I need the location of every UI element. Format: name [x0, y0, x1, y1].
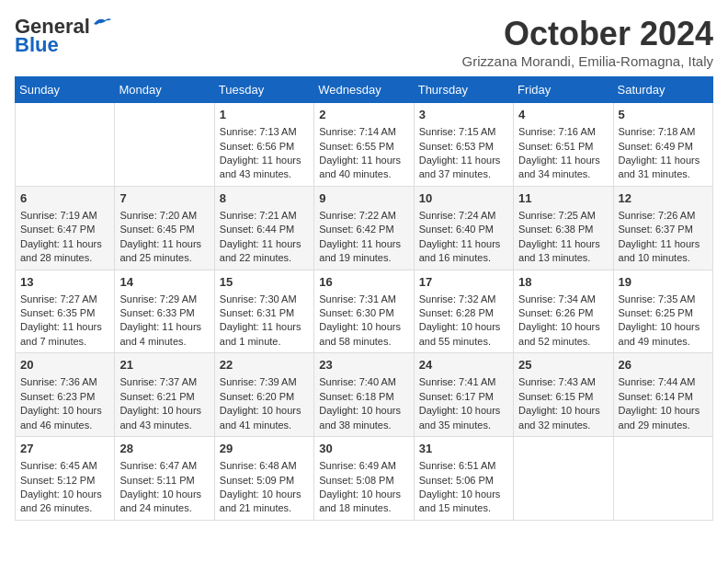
calendar-cell: 20Sunrise: 7:36 AMSunset: 6:23 PMDayligh… [16, 353, 115, 437]
sunrise-text: Sunrise: 7:31 AM [319, 293, 408, 306]
sunrise-text: Sunrise: 7:13 AM [220, 125, 309, 139]
column-header-thursday: Thursday [414, 77, 513, 103]
sunrise-text: Sunrise: 7:39 AM [220, 375, 309, 389]
calendar-week-row: 27Sunrise: 6:45 AMSunset: 5:12 PMDayligh… [16, 437, 713, 521]
calendar-cell: 7Sunrise: 7:20 AMSunset: 6:45 PMDaylight… [115, 186, 214, 270]
sunrise-text: Sunrise: 7:29 AM [119, 293, 209, 306]
calendar-header-row: SundayMondayTuesdayWednesdayThursdayFrid… [16, 77, 713, 103]
sunrise-text: Sunrise: 6:45 AM [20, 459, 109, 473]
day-number: 19 [619, 274, 708, 291]
daylight-text: Daylight: 10 hours and 52 minutes. [518, 320, 608, 349]
calendar-week-row: 6Sunrise: 7:19 AMSunset: 6:47 PMDaylight… [16, 186, 713, 270]
day-number: 20 [20, 357, 109, 373]
day-number: 16 [319, 274, 408, 291]
daylight-text: Daylight: 11 hours and 28 minutes. [20, 237, 109, 266]
day-number: 22 [220, 357, 309, 373]
sunset-text: Sunset: 6:31 PM [220, 306, 309, 320]
sunset-text: Sunset: 6:17 PM [419, 390, 508, 404]
sunrise-text: Sunrise: 7:41 AM [419, 375, 508, 389]
daylight-text: Daylight: 10 hours and 58 minutes. [319, 320, 408, 349]
day-number: 11 [518, 190, 608, 207]
calendar-table: SundayMondayTuesdayWednesdayThursdayFrid… [15, 76, 713, 521]
day-number: 8 [220, 190, 309, 207]
day-number: 9 [319, 190, 408, 207]
calendar-cell: 19Sunrise: 7:35 AMSunset: 6:25 PMDayligh… [613, 270, 712, 353]
calendar-cell: 12Sunrise: 7:26 AMSunset: 6:37 PMDayligh… [613, 186, 712, 270]
calendar-cell: 13Sunrise: 7:27 AMSunset: 6:35 PMDayligh… [16, 270, 115, 353]
day-number: 14 [119, 274, 209, 291]
calendar-cell [16, 103, 115, 187]
daylight-text: Daylight: 11 hours and 13 minutes. [518, 237, 608, 266]
calendar-cell: 23Sunrise: 7:40 AMSunset: 6:18 PMDayligh… [314, 353, 414, 437]
day-number: 25 [518, 357, 608, 373]
daylight-text: Daylight: 11 hours and 19 minutes. [319, 237, 408, 266]
calendar-cell [514, 437, 613, 521]
sunrise-text: Sunrise: 7:30 AM [220, 293, 309, 306]
day-number: 7 [119, 190, 209, 207]
daylight-text: Daylight: 10 hours and 49 minutes. [619, 320, 708, 349]
day-number: 30 [319, 441, 408, 457]
daylight-text: Daylight: 10 hours and 43 minutes. [119, 404, 209, 432]
sunrise-text: Sunrise: 7:25 AM [518, 209, 608, 223]
day-number: 26 [619, 357, 708, 373]
sunset-text: Sunset: 5:09 PM [220, 474, 309, 488]
sunset-text: Sunset: 6:38 PM [518, 223, 608, 236]
sunset-text: Sunset: 6:30 PM [319, 306, 408, 320]
sunset-text: Sunset: 5:08 PM [319, 474, 408, 488]
calendar-cell: 24Sunrise: 7:41 AMSunset: 6:17 PMDayligh… [414, 353, 513, 437]
sunset-text: Sunset: 5:06 PM [419, 474, 508, 488]
calendar-cell: 26Sunrise: 7:44 AMSunset: 6:14 PMDayligh… [613, 353, 712, 437]
calendar-cell: 21Sunrise: 7:37 AMSunset: 6:21 PMDayligh… [115, 353, 214, 437]
daylight-text: Daylight: 10 hours and 46 minutes. [20, 404, 109, 432]
sunset-text: Sunset: 6:53 PM [419, 140, 508, 154]
location-subtitle: Grizzana Morandi, Emilia-Romagna, Italy [462, 53, 713, 69]
sunset-text: Sunset: 6:40 PM [419, 223, 508, 236]
day-number: 15 [220, 274, 309, 291]
sunrise-text: Sunrise: 7:22 AM [319, 209, 408, 223]
logo-blue: Blue [15, 33, 59, 57]
sunrise-text: Sunrise: 7:34 AM [518, 293, 608, 306]
sunrise-text: Sunrise: 7:20 AM [119, 209, 209, 223]
day-number: 18 [518, 274, 608, 291]
calendar-cell: 18Sunrise: 7:34 AMSunset: 6:26 PMDayligh… [514, 270, 613, 353]
sunset-text: Sunset: 6:23 PM [20, 390, 109, 404]
day-number: 6 [20, 190, 109, 207]
sunrise-text: Sunrise: 7:40 AM [319, 375, 408, 389]
page-header: General Blue October 2024 Grizzana Moran… [15, 15, 713, 69]
sunset-text: Sunset: 6:42 PM [319, 223, 408, 236]
sunset-text: Sunset: 6:44 PM [220, 223, 309, 236]
sunrise-text: Sunrise: 7:32 AM [419, 293, 508, 306]
sunrise-text: Sunrise: 7:18 AM [619, 125, 708, 139]
calendar-cell: 2Sunrise: 7:14 AMSunset: 6:55 PMDaylight… [314, 103, 414, 187]
sunset-text: Sunset: 6:45 PM [119, 223, 209, 236]
daylight-text: Daylight: 10 hours and 21 minutes. [220, 488, 309, 516]
sunset-text: Sunset: 6:56 PM [220, 140, 309, 154]
daylight-text: Daylight: 11 hours and 22 minutes. [220, 237, 309, 266]
sunrise-text: Sunrise: 6:51 AM [419, 459, 508, 473]
column-header-wednesday: Wednesday [314, 77, 414, 103]
calendar-week-row: 20Sunrise: 7:36 AMSunset: 6:23 PMDayligh… [16, 353, 713, 437]
daylight-text: Daylight: 11 hours and 7 minutes. [20, 320, 109, 349]
sunset-text: Sunset: 6:14 PM [619, 390, 708, 404]
day-number: 5 [619, 107, 708, 123]
calendar-cell: 6Sunrise: 7:19 AMSunset: 6:47 PMDaylight… [16, 186, 115, 270]
daylight-text: Daylight: 11 hours and 25 minutes. [119, 237, 209, 266]
daylight-text: Daylight: 10 hours and 24 minutes. [119, 488, 209, 516]
daylight-text: Daylight: 11 hours and 43 minutes. [220, 154, 309, 182]
day-number: 3 [419, 107, 508, 123]
sunset-text: Sunset: 6:28 PM [419, 306, 508, 320]
sunset-text: Sunset: 6:55 PM [319, 140, 408, 154]
daylight-text: Daylight: 11 hours and 37 minutes. [419, 154, 508, 182]
column-header-tuesday: Tuesday [214, 77, 313, 103]
sunset-text: Sunset: 5:12 PM [20, 474, 109, 488]
calendar-cell: 1Sunrise: 7:13 AMSunset: 6:56 PMDaylight… [214, 103, 313, 187]
column-header-friday: Friday [514, 77, 613, 103]
sunset-text: Sunset: 6:49 PM [619, 140, 708, 154]
daylight-text: Daylight: 10 hours and 35 minutes. [419, 404, 508, 432]
day-number: 21 [119, 357, 209, 373]
title-block: October 2024 Grizzana Morandi, Emilia-Ro… [462, 15, 713, 69]
day-number: 24 [419, 357, 508, 373]
month-title: October 2024 [462, 15, 713, 53]
calendar-cell: 11Sunrise: 7:25 AMSunset: 6:38 PMDayligh… [514, 186, 613, 270]
daylight-text: Daylight: 10 hours and 18 minutes. [319, 488, 408, 516]
